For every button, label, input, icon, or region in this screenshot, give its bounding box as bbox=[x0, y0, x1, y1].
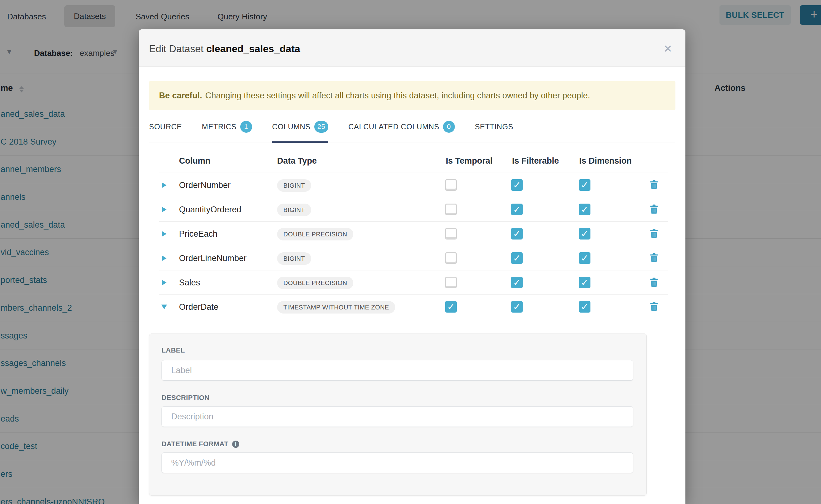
is-temporal-checkbox[interactable] bbox=[445, 204, 457, 215]
tab-source[interactable]: SOURCE bbox=[149, 119, 182, 142]
is-filterable-checkbox[interactable] bbox=[511, 179, 523, 191]
data-type-header: Data Type bbox=[277, 156, 317, 166]
warning-banner: Be careful. Changing these settings will… bbox=[149, 81, 675, 110]
count-badge: 25 bbox=[314, 121, 328, 133]
column-name: OrderDate bbox=[179, 302, 218, 312]
data-type-pill: TIMESTAMP WITHOUT TIME ZONE bbox=[277, 301, 395, 314]
datetime-format-input[interactable] bbox=[161, 452, 633, 473]
delete-column-icon[interactable] bbox=[650, 278, 658, 288]
data-type-pill: BIGINT bbox=[277, 179, 311, 192]
delete-column-icon[interactable] bbox=[650, 302, 658, 312]
is-filterable-checkbox[interactable] bbox=[511, 228, 523, 240]
column-header: Column bbox=[179, 156, 210, 166]
expand-caret-icon[interactable] bbox=[162, 280, 166, 285]
data-type-pill: BIGINT bbox=[277, 252, 311, 265]
label-input[interactable] bbox=[161, 360, 633, 381]
table-row: OrderLineNumber BIGINT bbox=[159, 246, 668, 270]
is-dimension-checkbox[interactable] bbox=[579, 277, 591, 288]
data-type-pill: BIGINT bbox=[277, 204, 311, 216]
modal-title-dataset-name: cleaned_sales_data bbox=[206, 43, 300, 54]
table-row: OrderDate TIMESTAMP WITHOUT TIME ZONE bbox=[159, 295, 668, 319]
is-filterable-checkbox[interactable] bbox=[511, 301, 523, 313]
is-temporal-checkbox[interactable] bbox=[445, 228, 457, 240]
is-dimension-checkbox[interactable] bbox=[579, 301, 591, 313]
is-dimension-checkbox[interactable] bbox=[579, 228, 591, 240]
label-field-label: LABEL bbox=[161, 346, 185, 354]
close-icon[interactable]: ✕ bbox=[664, 42, 673, 55]
column-name: PriceEach bbox=[179, 229, 217, 239]
collapse-caret-icon[interactable] bbox=[161, 305, 167, 309]
table-row: OrderNumber BIGINT bbox=[159, 173, 668, 197]
columns-table-header: Column Data Type Is Temporal Is Filterab… bbox=[159, 154, 668, 172]
warning-bold-text: Be careful. bbox=[159, 91, 202, 101]
tab-label: SETTINGS bbox=[475, 122, 513, 131]
info-icon[interactable]: i bbox=[232, 441, 239, 448]
columns-table: OrderNumber BIGINT QuantityOrdered BIGIN… bbox=[159, 173, 668, 319]
edit-dataset-modal: Edit Dataset cleaned_sales_data ✕ Be car… bbox=[139, 29, 685, 504]
table-row: PriceEach DOUBLE PRECISION bbox=[159, 222, 668, 246]
warning-text: Changing these settings will affect all … bbox=[205, 91, 590, 101]
tab-label: METRICS bbox=[202, 122, 236, 131]
screen: Databases Datasets Saved Queries Query H… bbox=[0, 0, 821, 504]
tab-calculated-columns[interactable]: CALCULATED COLUMNS 0 bbox=[348, 119, 455, 142]
modal-header: Edit Dataset cleaned_sales_data ✕ bbox=[139, 29, 685, 67]
description-field-label: DESCRIPTION bbox=[161, 394, 210, 402]
is-temporal-header: Is Temporal bbox=[446, 156, 493, 166]
description-input[interactable] bbox=[161, 406, 633, 427]
column-name: OrderLineNumber bbox=[179, 254, 246, 263]
is-filterable-checkbox[interactable] bbox=[511, 204, 523, 215]
is-temporal-checkbox[interactable] bbox=[445, 277, 457, 288]
tab-label: COLUMNS bbox=[272, 122, 310, 131]
expand-caret-icon[interactable] bbox=[162, 182, 166, 188]
data-type-pill: DOUBLE PRECISION bbox=[277, 228, 353, 240]
is-filterable-checkbox[interactable] bbox=[511, 277, 523, 288]
column-name: OrderNumber bbox=[179, 180, 230, 190]
count-badge: 1 bbox=[240, 121, 252, 133]
delete-column-icon[interactable] bbox=[650, 180, 658, 190]
column-name: QuantityOrdered bbox=[179, 205, 241, 215]
count-badge: 0 bbox=[443, 121, 455, 133]
expand-caret-icon[interactable] bbox=[162, 231, 166, 237]
expand-caret-icon[interactable] bbox=[162, 255, 166, 261]
modal-tabs: SOURCE METRICS 1 COLUMNS 25 CALCULATED C… bbox=[149, 119, 675, 142]
table-row: Sales DOUBLE PRECISION bbox=[159, 270, 668, 295]
datetime-format-field-label: DATETIME FORMATi bbox=[161, 440, 239, 448]
is-dimension-header: Is Dimension bbox=[579, 156, 632, 166]
modal-title-prefix: Edit Dataset bbox=[149, 43, 203, 54]
is-temporal-checkbox[interactable] bbox=[445, 301, 457, 313]
delete-column-icon[interactable] bbox=[650, 229, 658, 239]
is-dimension-checkbox[interactable] bbox=[579, 252, 591, 264]
delete-column-icon[interactable] bbox=[650, 253, 658, 264]
delete-column-icon[interactable] bbox=[650, 205, 658, 215]
is-dimension-checkbox[interactable] bbox=[579, 204, 591, 215]
is-filterable-header: Is Filterable bbox=[512, 156, 559, 166]
tab-settings[interactable]: SETTINGS bbox=[475, 119, 513, 142]
expand-caret-icon[interactable] bbox=[162, 207, 166, 212]
column-detail-panel: LABEL DESCRIPTION DATETIME FORMATi bbox=[149, 334, 647, 496]
table-row: QuantityOrdered BIGINT bbox=[159, 197, 668, 222]
modal-title: Edit Dataset cleaned_sales_data bbox=[149, 43, 300, 55]
is-filterable-checkbox[interactable] bbox=[511, 252, 523, 264]
datetime-format-label-text: DATETIME FORMAT bbox=[161, 440, 228, 448]
column-name: Sales bbox=[179, 278, 200, 288]
tab-label: CALCULATED COLUMNS bbox=[348, 122, 439, 131]
tab-label: SOURCE bbox=[149, 122, 182, 131]
tab-metrics[interactable]: METRICS 1 bbox=[202, 119, 252, 142]
is-temporal-checkbox[interactable] bbox=[445, 252, 457, 264]
is-dimension-checkbox[interactable] bbox=[579, 179, 591, 191]
is-temporal-checkbox[interactable] bbox=[445, 179, 457, 191]
data-type-pill: DOUBLE PRECISION bbox=[277, 277, 353, 289]
tab-columns[interactable]: COLUMNS 25 bbox=[272, 119, 328, 142]
